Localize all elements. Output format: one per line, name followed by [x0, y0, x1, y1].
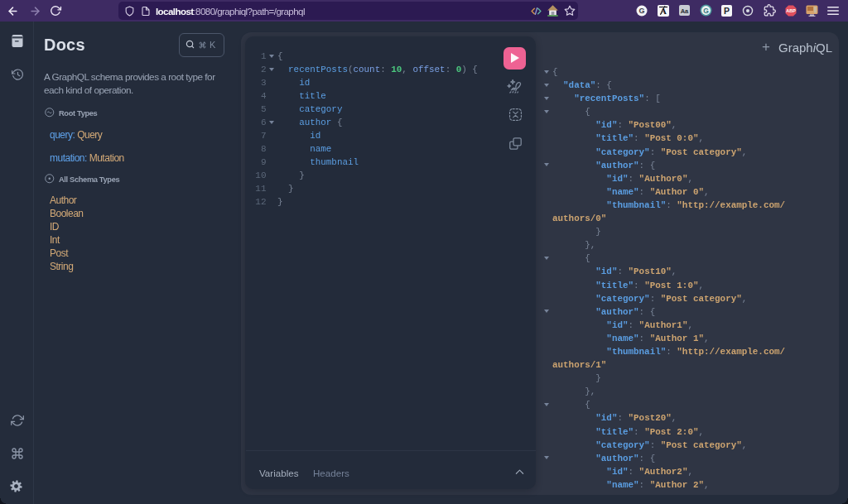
- svg-text:G: G: [638, 7, 644, 15]
- svg-text:P: P: [724, 6, 730, 16]
- svg-text:G: G: [703, 7, 709, 15]
- svg-text:ABP: ABP: [786, 8, 796, 13]
- svg-text:Aa: Aa: [681, 7, 689, 15]
